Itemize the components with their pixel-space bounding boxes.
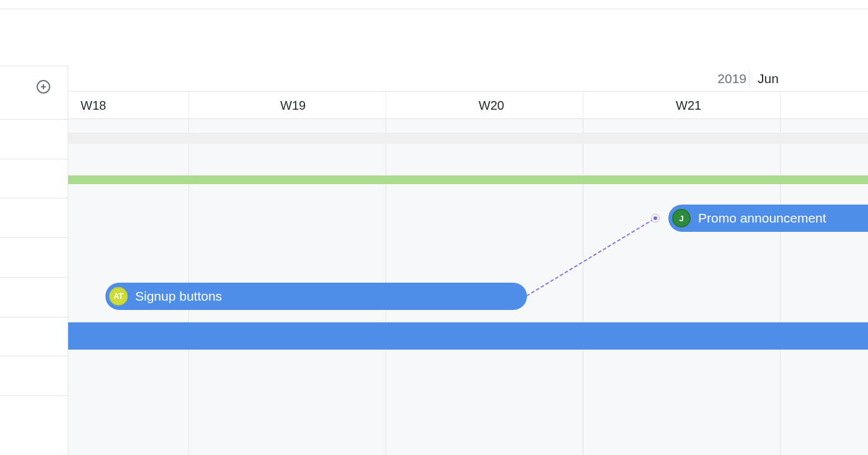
svg-line-3 — [527, 218, 655, 296]
gutter-separator — [0, 395, 68, 396]
plus-circle-icon — [36, 79, 51, 94]
gutter-separator — [0, 356, 68, 356]
gutter-separator — [0, 159, 68, 159]
week-col-header: W20 — [471, 92, 504, 119]
week-gridline — [780, 92, 781, 119]
timeline-rows: J Promo announcement AT Signup buttons — [68, 119, 868, 455]
task-label: Signup buttons — [135, 289, 222, 304]
month-header-row: 2019 Jun — [68, 66, 868, 92]
week-col-header: W19 — [273, 92, 306, 119]
task-bar-promo[interactable]: J Promo announcement — [668, 205, 868, 232]
task-label: Promo announcement — [698, 211, 826, 226]
gutter-separator — [0, 317, 68, 317]
gutter-separator — [0, 119, 68, 120]
task-bar-unnamed[interactable] — [68, 322, 868, 350]
gutter-separator — [0, 198, 68, 198]
assignee-avatar: J — [672, 209, 691, 228]
gutter-separator — [0, 277, 68, 278]
task-bar-signup[interactable]: AT Signup buttons — [105, 283, 527, 310]
month-divider — [749, 69, 750, 87]
left-gutter — [0, 66, 68, 455]
task-strip-green[interactable] — [68, 175, 868, 184]
week-col-header: W18 — [73, 92, 106, 119]
add-task-button[interactable] — [35, 78, 52, 95]
month-label: Jun — [754, 66, 779, 92]
header-blank — [0, 9, 868, 66]
group-separator-strip — [68, 133, 868, 144]
week-gridline — [386, 92, 386, 119]
gutter-separator — [0, 66, 68, 66]
top-divider — [0, 0, 868, 9]
gutter-separator — [0, 237, 68, 238]
year-label: 2019 — [717, 66, 746, 92]
week-col-header: W21 — [668, 92, 701, 119]
week-gridline — [583, 92, 583, 119]
timeline-gantt: 2019 Jun W18 W19 W20 W21 — [0, 66, 868, 455]
week-gridline — [188, 92, 189, 119]
assignee-avatar: AT — [109, 287, 128, 306]
dependency-handle[interactable] — [651, 214, 660, 223]
timeline-canvas[interactable]: 2019 Jun W18 W19 W20 W21 — [68, 66, 868, 455]
